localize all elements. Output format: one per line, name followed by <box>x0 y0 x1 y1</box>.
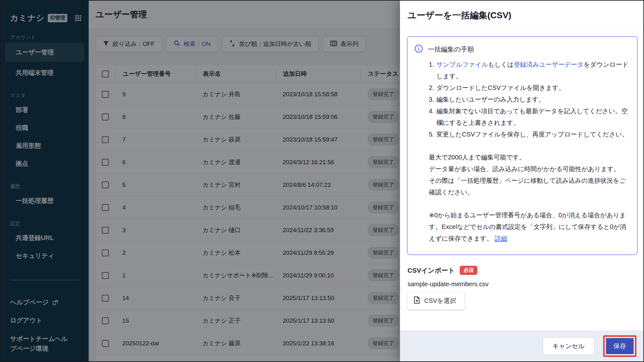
instruction-steps: サンプルファイルもしくは登録済みユーザーデータをダウンロードします。 ダウンロー… <box>414 59 629 140</box>
capacity-note: 最大で2000人まで編集可能です。 データ量が多い場合、読み込みに時間がかかる可… <box>414 152 629 198</box>
app-window: カミナシ ID管理 アカウント ユーザー管理 共用端末管理 マスタ 部署 役職 … <box>0 0 644 362</box>
selected-csv-filename: sample-update-members.csv <box>408 281 638 288</box>
step-3: 編集したいユーザーのみ入力します。 <box>436 94 629 105</box>
sample-file-link[interactable]: サンプルファイル <box>436 61 488 68</box>
save-button[interactable]: 保存 <box>606 338 634 354</box>
csv-import-label-row: CSVインポート 必須 <box>408 266 638 275</box>
drawer-footer: キャンセル 保存 <box>400 331 644 361</box>
select-csv-button-label: CSVを選択 <box>424 297 456 305</box>
drawer-body: 一括編集の手順 サンプルファイルもしくは登録済みユーザーデータをダウンロードしま… <box>400 29 644 331</box>
step-1: サンプルファイルもしくは登録済みユーザーデータをダウンロードします。 <box>436 59 629 82</box>
leading-zero-note: ※0から始まるユーザー管理番号がある場合、0が消える場合があります。Excelな… <box>414 209 629 244</box>
file-upload-icon <box>414 296 420 305</box>
info-box-heading-row: 一括編集の手順 <box>414 44 629 54</box>
drawer-header: ユーザーを一括編集(CSV) <box>400 1 644 29</box>
details-link[interactable]: 詳細 <box>495 235 507 242</box>
leading-zero-note-text: ※0から始まるユーザー管理番号がある場合、0が消える場合があります。Excelな… <box>429 212 626 242</box>
modal-dim-overlay <box>1 1 400 361</box>
required-badge: 必須 <box>460 266 477 275</box>
step-2: ダウンロードしたCSVファイルを開きます。 <box>436 82 629 94</box>
bulk-edit-csv-drawer: ユーザーを一括編集(CSV) 一括編集の手順 サンプルファイルもしくは登録済みユ… <box>400 1 644 361</box>
capacity-note-line3: その際は「一括処理履歴」ページに移動して読み込みの進捗状況をご確認ください。 <box>429 175 629 198</box>
csv-import-label: CSVインポート <box>408 266 455 275</box>
drawer-title: ユーザーを一括編集(CSV) <box>408 9 636 21</box>
step-5: 変更したCSVファイルを保存し、再度アップロードしてください。 <box>436 129 629 140</box>
info-box-heading: 一括編集の手順 <box>428 45 474 54</box>
capacity-note-line2: データ量が多い場合、読み込みに時間がかかる可能性があります。 <box>429 163 629 175</box>
select-csv-button[interactable]: CSVを選択 <box>408 292 465 309</box>
step-4: 編集対象でない項目であっても最新データを記入してください。空欄にすると上書きされ… <box>436 105 629 129</box>
cancel-button[interactable]: キャンセル <box>543 337 594 355</box>
csv-import-section: CSVインポート 必須 sample-update-members.csv CS… <box>407 266 638 309</box>
capacity-note-line1: 最大で2000人まで編集可能です。 <box>429 152 629 163</box>
info-icon <box>414 44 423 54</box>
save-button-highlight-annotation: 保存 <box>603 335 636 357</box>
step-1-text: もしくは <box>488 61 514 68</box>
instructions-info-box: 一括編集の手順 サンプルファイルもしくは登録済みユーザーデータをダウンロードしま… <box>407 36 638 255</box>
registered-user-data-link[interactable]: 登録済みユーザーデータ <box>514 61 584 68</box>
